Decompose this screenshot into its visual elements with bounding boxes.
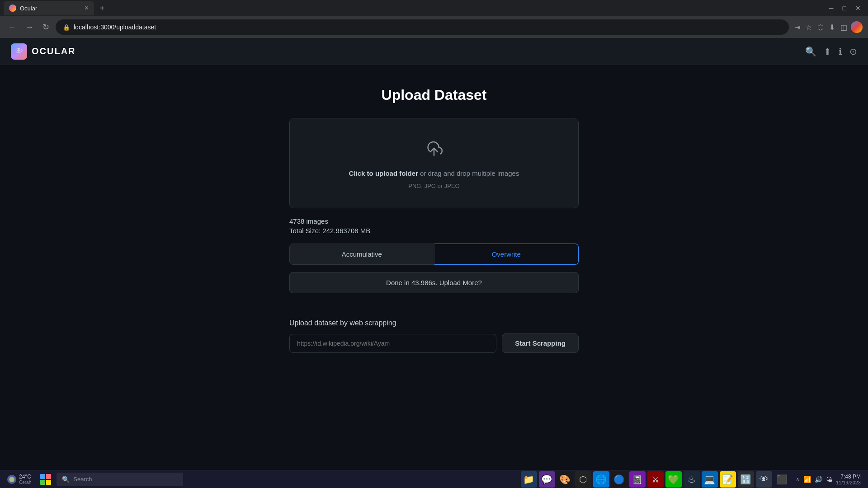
info-icon[interactable]: ℹ	[839, 46, 842, 57]
taskbar-app-chrome[interactable]: 🔵	[611, 471, 627, 488]
browser-chrome: Ocular × + ─ □ ✕	[0, 0, 868, 16]
taskbar-apps: 📁 💬 🎨 ⬡ 🌐 🔵 📓 ⚔ 💚 ♨ 💻 📝 🔢 👁 ⬛	[521, 471, 790, 488]
forward-button[interactable]: →	[23, 21, 36, 34]
address-bar-row: ← → ↻ 🔒 localhost:3000/uploaddataset ⇥ ☆…	[0, 16, 868, 38]
start-button[interactable]	[37, 472, 55, 487]
address-bar[interactable]: 🔒 localhost:3000/uploaddataset	[56, 19, 789, 35]
taskbar-search[interactable]: 🔍 Search	[57, 473, 183, 486]
mode-buttons: Accumulative Overwrite	[289, 244, 579, 265]
taskbar-tray: ∧ 📶 🔊 🌤 7:48 PM 11/19/2023	[792, 474, 864, 485]
upload-highlight: Click to upload folder	[349, 169, 418, 177]
logo-area: 👁 OCULAR	[11, 43, 76, 60]
upload-formats: PNG, JPG or JPEG	[408, 183, 459, 189]
github-icon[interactable]: ⊙	[849, 46, 857, 57]
windows-logo	[40, 474, 51, 485]
logo-text: OCULAR	[32, 46, 76, 56]
url-display: localhost:3000/uploaddataset	[74, 23, 782, 31]
upload-text: Click to upload folder or drag and drop …	[349, 169, 519, 177]
scraping-label: Upload dataset by web scrapping	[289, 319, 579, 327]
taskbar-app-teams[interactable]: 💬	[539, 471, 555, 488]
upload-dropzone[interactable]: Click to upload folder or drag and drop …	[289, 118, 579, 208]
close-window-button[interactable]: ✕	[852, 3, 864, 14]
page-title: Upload Dataset	[382, 87, 487, 103]
close-tab-button[interactable]: ×	[85, 4, 89, 12]
refresh-button[interactable]: ↻	[40, 20, 52, 34]
minimize-button[interactable]: ─	[826, 3, 837, 14]
volume-icon: 🔊	[815, 476, 822, 483]
tab-title: Ocular	[20, 5, 81, 12]
taskbar-app-blender[interactable]: 🎨	[557, 471, 573, 488]
download-icon[interactable]: ⬇	[827, 21, 837, 33]
tab-favicon	[9, 5, 16, 12]
main-content: Upload Dataset Click to upload folder or…	[0, 65, 868, 470]
taskbar-app-terminal[interactable]: ⬛	[774, 471, 790, 488]
taskbar-app-calculator[interactable]: 🔢	[738, 471, 754, 488]
scraping-input-row: Start Scrapping	[289, 333, 579, 353]
scraping-url-input[interactable]	[289, 334, 496, 353]
taskbar-weather: 24°C Cerah	[4, 474, 35, 485]
upload-icon[interactable]: ⬆	[824, 46, 831, 57]
start-scrapping-button[interactable]: Start Scrapping	[502, 333, 579, 353]
weather-temp: 24°C	[19, 474, 31, 480]
window-controls: ─ □ ✕	[826, 3, 864, 14]
taskbar-app-stickynotes[interactable]: 📝	[720, 471, 736, 488]
upload-section: Click to upload folder or drag and drop …	[289, 118, 579, 308]
tray-date: 11/19/2023	[836, 480, 861, 485]
taskbar-app-onenote[interactable]: 📓	[629, 471, 646, 488]
status-button[interactable]: Done in 43.986s. Upload More?	[289, 272, 579, 293]
accumulative-button[interactable]: Accumulative	[289, 244, 434, 265]
tray-time: 7:48 PM	[836, 474, 861, 480]
tray-clock[interactable]: 7:48 PM 11/19/2023	[836, 474, 861, 485]
weather-tray-icon: 🌤	[826, 476, 832, 483]
weather-condition: Cerah	[19, 480, 31, 485]
total-size: Total Size: 242.963708 MB	[289, 227, 579, 235]
taskbar-app-edge[interactable]: 🌐	[593, 471, 609, 488]
taskbar-app-explorer[interactable]: 📁	[521, 471, 537, 488]
new-tab-button[interactable]: +	[96, 1, 108, 15]
app-header: 👁 OCULAR 🔍 ⬆ ℹ ⊙	[0, 38, 868, 65]
back-button[interactable]: ←	[5, 21, 19, 34]
user-avatar[interactable]	[851, 21, 863, 33]
section-divider	[289, 308, 579, 308]
cloud-upload-icon	[423, 137, 445, 164]
tray-chevron[interactable]: ∧	[796, 476, 800, 483]
taskbar-app-rpg[interactable]: ⚔	[647, 471, 664, 488]
maximize-button[interactable]: □	[839, 3, 850, 14]
profile-icon[interactable]: ◫	[839, 21, 849, 33]
extensions-icon[interactable]: ⬡	[816, 21, 826, 33]
lock-icon: 🔒	[63, 24, 70, 31]
overwrite-button[interactable]: Overwrite	[434, 244, 579, 265]
cast-icon[interactable]: ⇥	[793, 21, 802, 33]
address-actions: ⇥ ☆ ⬡ ⬇ ◫	[793, 21, 863, 33]
taskbar-app-line[interactable]: 💚	[665, 471, 682, 488]
bookmark-icon[interactable]: ☆	[804, 21, 814, 33]
taskbar-app-unity[interactable]: ⬡	[575, 471, 591, 488]
upload-rest: or drag and drop multiple images	[418, 169, 519, 177]
header-actions: 🔍 ⬆ ℹ ⊙	[805, 46, 857, 57]
taskbar-app-ocular[interactable]: 👁	[756, 471, 772, 488]
search-icon[interactable]: 🔍	[805, 46, 816, 57]
taskbar-app-vscode[interactable]: 💻	[702, 471, 718, 488]
wifi-icon: 📶	[803, 476, 811, 483]
scraping-section: Upload dataset by web scrapping Start Sc…	[289, 319, 579, 353]
logo-icon: 👁	[11, 43, 27, 60]
image-count: 4738 images	[289, 217, 579, 225]
taskbar-search-text: Search	[73, 476, 92, 483]
taskbar-app-steam[interactable]: ♨	[684, 471, 700, 488]
browser-tab[interactable]: Ocular ×	[4, 1, 94, 15]
taskbar-search-icon: 🔍	[62, 476, 70, 483]
taskbar: 24°C Cerah 🔍 Search 📁 💬 🎨 ⬡ 🌐 🔵 📓 ⚔ 💚 ♨ …	[0, 470, 868, 488]
